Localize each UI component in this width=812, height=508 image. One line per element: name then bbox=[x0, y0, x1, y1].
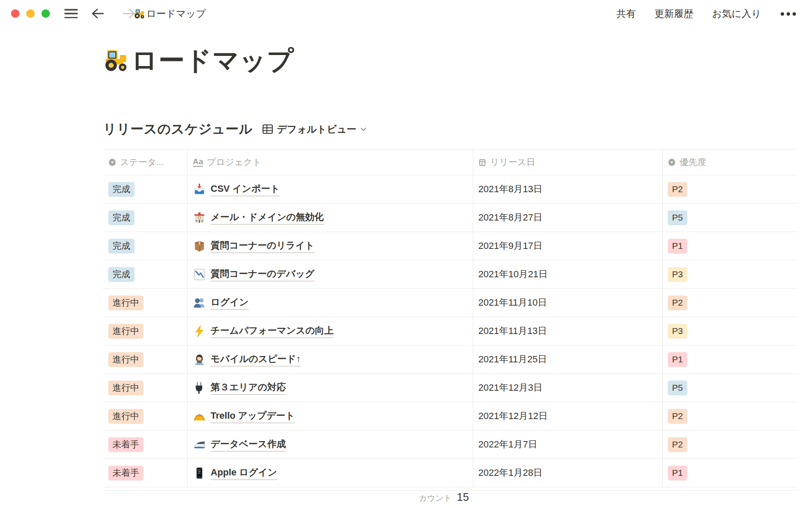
release-date-cell: 2021年11月25日 bbox=[473, 345, 663, 373]
status-cell: 完成 bbox=[103, 204, 188, 232]
breadcrumb[interactable]: ロードマップ bbox=[134, 7, 206, 20]
status-cell: 進行中 bbox=[103, 402, 188, 430]
column-header-project[interactable]: Aaプロジェクト bbox=[188, 149, 473, 175]
status-badge: 進行中 bbox=[108, 295, 143, 310]
release-schedule-table: ステータ...Aaプロジェクトリリース日優先度 完成CSV インポート2021年… bbox=[103, 149, 798, 508]
database-title: リリースのスケジュール bbox=[103, 120, 252, 138]
table-row[interactable]: 完成質問コーナーのリライト2021年9月17日P1 bbox=[103, 232, 798, 260]
status-badge: 未着手 bbox=[108, 437, 143, 452]
project-cell: 質問コーナーのデバッグ bbox=[188, 260, 473, 288]
project-page-link[interactable]: モバイルのスピード↑ bbox=[211, 353, 301, 367]
status-badge: 未着手 bbox=[108, 466, 143, 480]
table-row[interactable]: 進行中チームパフォーマンスの向上2021年11月13日P3 bbox=[103, 317, 798, 345]
table-body: 完成CSV インポート2021年8月13日P2完成メール・ドメインの無効化202… bbox=[103, 175, 798, 487]
project-cell: チームパフォーマンスの向上 bbox=[188, 317, 473, 345]
column-label: 優先度 bbox=[680, 156, 706, 168]
back-arrow-icon[interactable] bbox=[91, 7, 105, 20]
priority-badge: P3 bbox=[668, 267, 687, 282]
project-page-link[interactable]: Trello アップデート bbox=[211, 409, 295, 423]
train-icon bbox=[193, 438, 206, 451]
table-row[interactable]: 進行中モバイルのスピード↑2021年11月25日P1 bbox=[103, 345, 798, 374]
priority-cell: P1 bbox=[663, 459, 798, 487]
view-switcher[interactable]: デフォルトビュー bbox=[262, 123, 367, 136]
date-property-icon bbox=[478, 158, 486, 166]
priority-cell: P2 bbox=[663, 431, 798, 458]
table-row[interactable]: 進行中Trello アップデート2021年12月12日P2 bbox=[103, 402, 798, 431]
window-controls bbox=[11, 9, 50, 18]
priority-cell: P3 bbox=[663, 317, 798, 345]
table-row[interactable]: 進行中第３エリアの対応2021年12月3日P5 bbox=[103, 374, 798, 402]
priority-badge: P3 bbox=[668, 324, 687, 338]
column-label: リリース日 bbox=[490, 156, 535, 168]
column-header-release[interactable]: リリース日 bbox=[473, 149, 663, 175]
project-cell: 質問コーナーのリライト bbox=[188, 232, 473, 260]
status-cell: 完成 bbox=[103, 175, 188, 203]
count-calculation[interactable]: カウント 15 bbox=[188, 491, 473, 508]
column-label: ステータ... bbox=[120, 156, 164, 168]
favorite-button[interactable]: お気に入り bbox=[712, 7, 761, 20]
priority-badge: P2 bbox=[668, 437, 687, 452]
project-page-link[interactable]: ログイン bbox=[211, 296, 249, 310]
phone-icon bbox=[193, 467, 206, 480]
plug-icon bbox=[193, 381, 206, 395]
status-badge: 完成 bbox=[108, 182, 134, 196]
project-page-link[interactable]: データベース作成 bbox=[211, 438, 286, 452]
table-footer: カウント 15 bbox=[103, 491, 798, 508]
busts-icon bbox=[193, 296, 206, 309]
topbar-actions: 共有 更新履歴 お気に入り bbox=[616, 7, 797, 20]
priority-cell: P3 bbox=[663, 260, 798, 288]
priority-cell: P1 bbox=[663, 345, 798, 373]
status-badge: 進行中 bbox=[108, 381, 143, 395]
table-row[interactable]: 未着手データベース作成2022年1月7日P2 bbox=[103, 431, 798, 459]
close-window-button[interactable] bbox=[11, 9, 19, 18]
project-page-link[interactable]: メール・ドメインの無効化 bbox=[211, 211, 324, 225]
priority-cell: P2 bbox=[663, 402, 798, 430]
page-title-text: ロードマップ bbox=[131, 45, 294, 76]
project-page-link[interactable]: 第３エリアの対応 bbox=[211, 381, 286, 395]
priority-badge: P2 bbox=[668, 295, 687, 310]
status-badge: 進行中 bbox=[108, 352, 143, 367]
more-options-icon[interactable] bbox=[780, 11, 797, 17]
project-cell: Apple ログイン bbox=[188, 459, 473, 487]
priority-badge: P2 bbox=[668, 409, 687, 423]
status-badge: 完成 bbox=[108, 267, 134, 282]
database-header: リリースのスケジュール デフォルトビュー bbox=[103, 120, 812, 138]
release-date-cell: 2022年1月28日 bbox=[473, 459, 663, 487]
sidebar-menu-icon[interactable] bbox=[64, 9, 78, 18]
inbox-import-icon bbox=[193, 183, 206, 196]
priority-cell: P2 bbox=[663, 289, 798, 317]
status-badge: 進行中 bbox=[108, 324, 143, 338]
school-icon bbox=[193, 211, 206, 224]
zoom-window-button[interactable] bbox=[41, 9, 50, 18]
project-cell: モバイルのスピード↑ bbox=[188, 345, 473, 373]
status-cell: 進行中 bbox=[103, 289, 188, 317]
project-page-link[interactable]: 質問コーナーのリライト bbox=[211, 239, 315, 253]
column-header-priority[interactable]: 優先度 bbox=[663, 149, 798, 175]
status-cell: 進行中 bbox=[103, 345, 188, 373]
project-page-link[interactable]: 質問コーナーのデバッグ bbox=[211, 268, 315, 282]
priority-badge: P2 bbox=[668, 182, 687, 196]
project-cell: データベース作成 bbox=[188, 431, 473, 458]
project-page-link[interactable]: Apple ログイン bbox=[211, 466, 277, 480]
table-row[interactable]: 未着手Apple ログイン2022年1月28日P1 bbox=[103, 459, 798, 487]
status-cell: 進行中 bbox=[103, 374, 188, 402]
project-cell: 第３エリアの対応 bbox=[188, 374, 473, 402]
share-button[interactable]: 共有 bbox=[616, 7, 636, 20]
column-header-status[interactable]: ステータ... bbox=[103, 149, 188, 175]
update-history-button[interactable]: 更新履歴 bbox=[654, 7, 693, 20]
status-cell: 進行中 bbox=[103, 317, 188, 345]
table-row[interactable]: 進行中ログイン2021年11月10日P2 bbox=[103, 289, 798, 317]
count-value: 15 bbox=[457, 491, 469, 504]
minimize-window-button[interactable] bbox=[26, 9, 35, 18]
release-date-cell: 2021年12月3日 bbox=[473, 374, 663, 402]
project-page-link[interactable]: チームパフォーマンスの向上 bbox=[211, 324, 334, 338]
release-date-cell: 2022年1月7日 bbox=[473, 431, 663, 458]
project-page-link[interactable]: CSV インポート bbox=[211, 182, 280, 196]
status-badge: 完成 bbox=[108, 210, 134, 225]
text-property-icon: Aa bbox=[193, 157, 203, 167]
table-row[interactable]: 完成メール・ドメインの無効化2021年8月27日P5 bbox=[103, 204, 798, 232]
table-row[interactable]: 完成質問コーナーのデバッグ2021年10月21日P3 bbox=[103, 260, 798, 289]
table-header: ステータ...Aaプロジェクトリリース日優先度 bbox=[103, 149, 798, 175]
table-row[interactable]: 完成CSV インポート2021年8月13日P2 bbox=[103, 175, 798, 204]
status-cell: 未着手 bbox=[103, 459, 188, 487]
